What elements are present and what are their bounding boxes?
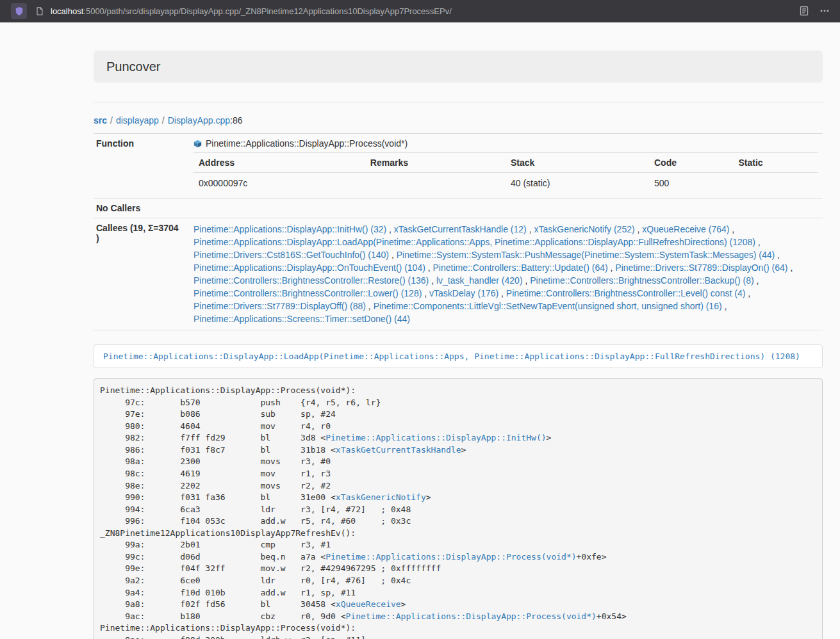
code-symbol-link[interactable]: xQueueReceive — [336, 599, 401, 609]
function-details-table: Address Remarks Stack Code Static 0x0000… — [194, 152, 818, 193]
callees-row: Callees (19, Σ=3704 ) Pinetime::Applicat… — [94, 218, 823, 330]
callee-link[interactable]: vTaskDelay (176) — [429, 288, 498, 298]
shield-icon — [15, 6, 24, 16]
callees-label: Callees (19, Σ=3704 ) — [94, 218, 188, 330]
col-address: Address — [194, 153, 365, 173]
cell-code: 500 — [649, 173, 733, 194]
details-header-row: Address Remarks Stack Code Static — [194, 153, 818, 173]
code-symbol-link[interactable]: xTaskGenericNotify — [336, 492, 426, 502]
col-remarks: Remarks — [365, 153, 506, 173]
app-header: Puncover — [94, 51, 823, 83]
tracking-protection-button[interactable] — [11, 3, 27, 19]
callee-link[interactable]: Pinetime::System::SystemTask::PushMessag… — [397, 250, 775, 260]
callee-link[interactable]: Pinetime::Components::LittleVgl::SetNewT… — [374, 301, 722, 311]
callee-link[interactable]: Pinetime::Drivers::St7789::DisplayOn() (… — [615, 263, 787, 273]
breadcrumb-line-number: :86 — [230, 115, 242, 125]
breadcrumb-file-link[interactable]: DisplayApp.cpp — [168, 115, 230, 125]
callee-link[interactable]: xQueueReceive (764) — [642, 224, 729, 234]
callee-link[interactable]: xTaskGenericNotify (252) — [534, 224, 634, 234]
callee-link[interactable]: Pinetime::Applications::DisplayApp::Load… — [194, 237, 755, 247]
breadcrumb-src-link[interactable]: src — [94, 115, 107, 125]
function-label: Function — [94, 134, 188, 198]
cell-address: 0x0000097c — [194, 173, 365, 194]
callee-link[interactable]: Pinetime::Drivers::St7789::DisplayOff() … — [194, 301, 366, 311]
callee-link[interactable]: Pinetime::Controllers::BrightnessControl… — [506, 288, 745, 298]
page-title: Puncover — [106, 59, 810, 74]
code-symbol-link[interactable]: Pinetime::Applications::DisplayApp::Proc… — [325, 552, 576, 562]
col-static: Static — [733, 153, 818, 173]
no-callers-row: No Callers — [94, 198, 823, 218]
breadcrumb-separator: / — [162, 115, 165, 125]
url-host: localhost — [51, 6, 83, 16]
callee-link[interactable]: Pinetime::Controllers::BrightnessControl… — [194, 275, 429, 286]
symbol-panel-link[interactable]: Pinetime::Applications::DisplayApp::Load… — [103, 352, 800, 361]
function-name: Pinetime::Applications::DisplayApp::Proc… — [206, 138, 408, 149]
page-icon — [35, 6, 44, 16]
divider — [94, 102, 823, 102]
symbol-panel: Pinetime::Applications::DisplayApp::Load… — [94, 344, 823, 368]
callees-list: Pinetime::Applications::DisplayApp::Init… — [194, 223, 818, 325]
url-path: :5000/path/src/displayapp/DisplayApp.cpp… — [83, 6, 452, 16]
page-container: Puncover src/displayapp/DisplayApp.cpp:8… — [94, 51, 823, 639]
details-value-row: 0x0000097c 40 (static) 500 — [194, 173, 818, 194]
callee-link[interactable]: Pinetime::Applications::Screens::Timer::… — [194, 314, 410, 324]
code-symbol-link[interactable]: xTaskGetCurrentTaskHandle — [336, 445, 461, 455]
function-icon — [194, 140, 202, 148]
function-table: Function Pinetime::Applications::Display… — [94, 133, 823, 330]
disassembly-block: Pinetime::Applications::DisplayApp::Proc… — [94, 378, 823, 639]
callee-link[interactable]: Pinetime::Controllers::Battery::Update()… — [433, 263, 608, 273]
breadcrumb-separator: / — [110, 115, 113, 125]
code-symbol-link[interactable]: Pinetime::Applications::DisplayApp::Init… — [325, 433, 546, 442]
url-bar[interactable]: localhost:5000/path/src/displayapp/Displ… — [51, 6, 799, 16]
callee-link[interactable]: lv_task_handler (420) — [436, 275, 523, 286]
callee-link[interactable]: xTaskGetCurrentTaskHandle (12) — [394, 224, 527, 234]
cell-stack: 40 (static) — [506, 173, 649, 194]
breadcrumb-dir-link[interactable]: displayapp — [116, 115, 159, 125]
callee-link[interactable]: Pinetime::Applications::DisplayApp::OnTo… — [194, 263, 425, 273]
cell-static — [733, 173, 818, 194]
code-symbol-link[interactable]: Pinetime::Applications::DisplayApp::Proc… — [346, 611, 597, 621]
reader-view-icon[interactable] — [799, 6, 809, 16]
callee-link[interactable]: Pinetime::Applications::DisplayApp::Init… — [194, 224, 386, 234]
cell-remarks — [365, 173, 506, 194]
callee-link[interactable]: Pinetime::Controllers::BrightnessControl… — [530, 275, 754, 286]
callee-link[interactable]: Pinetime::Controllers::BrightnessControl… — [194, 288, 422, 298]
breadcrumb: src/displayapp/DisplayApp.cpp:86 — [94, 115, 823, 125]
no-callers-label: No Callers — [94, 198, 188, 218]
col-code: Code — [649, 153, 733, 173]
col-stack: Stack — [506, 153, 649, 173]
callee-link[interactable]: Pinetime::Drivers::Cst816S::GetTouchInfo… — [194, 250, 389, 260]
overflow-menu-icon[interactable] — [819, 6, 830, 16]
browser-topbar: localhost:5000/path/src/displayapp/Displ… — [0, 0, 840, 22]
function-row: Function Pinetime::Applications::Display… — [94, 134, 823, 198]
